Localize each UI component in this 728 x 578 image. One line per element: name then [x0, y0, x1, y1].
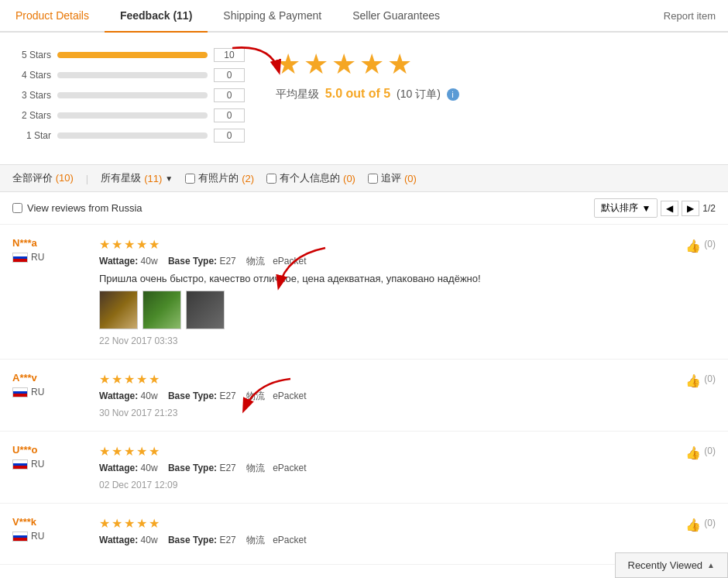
country-flag: RU — [12, 459, 44, 470]
rating-label-3: 3 Stars — [12, 90, 51, 101]
review-date: 02 Dec 2017 12:09 — [99, 480, 668, 490]
prev-page-button[interactable]: ◀ — [661, 201, 678, 216]
like-button[interactable]: 👍 (0) — [677, 516, 716, 552]
review-meta: Wattage: 40w Base Type: E27 物流 ePacket — [99, 534, 668, 547]
reviews-list: N***a RU ★ ★ ★ ★ ★ Wattage: 40w — [0, 225, 728, 565]
rating-row-4: 4 Stars 0 — [12, 68, 245, 82]
like-button[interactable]: 👍 (0) — [677, 372, 716, 418]
shipping-label: 物流 — [246, 256, 265, 267]
shipping-value: ePacket — [273, 535, 306, 545]
report-item-link[interactable]: Report item — [651, 1, 728, 31]
view-russia-label: View reviews from Russia — [27, 202, 143, 214]
review-date: 22 Nov 2017 03:33 — [99, 335, 668, 346]
avg-rating-text: 平均星级 5.0 out of 5 (10 订单) i — [276, 87, 459, 101]
review-stars: ★ ★ ★ ★ ★ — [99, 237, 668, 252]
tab-seller-guarantees[interactable]: Seller Guarantees — [337, 0, 455, 31]
tab-shipping-payment[interactable]: Shipping & Payment — [208, 0, 337, 31]
review-image-2[interactable] — [143, 291, 181, 329]
filter-followup-label: 追评 — [381, 171, 401, 185]
rating-row-5: 5 Stars 10 — [12, 48, 245, 62]
like-button[interactable]: 👍 (0) — [677, 444, 716, 490]
review-image-1[interactable] — [99, 291, 138, 329]
filter-followup[interactable]: 追评 (0) — [368, 171, 417, 185]
country-code: RU — [31, 252, 44, 263]
country-flag: RU — [12, 531, 44, 542]
shipping-label: 物流 — [246, 463, 265, 473]
info-icon[interactable]: i — [447, 88, 459, 101]
filter-followup-checkbox[interactable] — [368, 174, 378, 184]
country-code: RU — [31, 531, 44, 542]
wattage-value: 40w — [141, 535, 158, 545]
review-meta: Wattage: 40w Base Type: E27 物流 ePacket — [99, 255, 668, 268]
wattage-label: Wattage: — [99, 390, 138, 401]
sort-dropdown-icon: ▼ — [641, 203, 651, 214]
tab-feedback[interactable]: Feedback (11) — [105, 0, 208, 33]
review-content: ★ ★ ★ ★ ★ Wattage: 40w Base Type: E27 物流… — [99, 237, 668, 346]
filter-personal-checkbox[interactable] — [266, 174, 276, 184]
review-meta: Wattage: 40w Base Type: E27 物流 ePacket — [99, 390, 668, 403]
reviewer-info: A***v RU — [12, 372, 90, 418]
filter-personal-count[interactable]: (0) — [343, 173, 355, 184]
review-image-3[interactable] — [186, 291, 225, 329]
country-flag: RU — [12, 387, 44, 397]
base-type-value: E27 — [219, 535, 235, 545]
base-type-value: E27 — [219, 390, 235, 401]
page-container: Product Details Feedback (11) Shipping &… — [0, 0, 728, 565]
filter-all-stars-label: 所有星级 — [101, 171, 141, 185]
base-type-label: Base Type: — [168, 463, 217, 473]
filter-photos-checkbox[interactable] — [185, 174, 195, 184]
next-page-button[interactable]: ▶ — [682, 201, 699, 216]
filter-all-stars[interactable]: 所有星级 (11) ▼ — [101, 171, 173, 185]
tab-product-details[interactable]: Product Details — [0, 0, 105, 31]
sort-label: 默认排序 — [601, 201, 638, 215]
view-russia-checkbox[interactable] — [12, 203, 22, 213]
rating-label-5: 5 Stars — [12, 50, 51, 60]
flag-icon — [12, 387, 28, 397]
like-count: (0) — [704, 518, 716, 528]
reviewer-name[interactable]: V***k — [12, 516, 36, 528]
filter-all-stars-count[interactable]: (11) — [144, 173, 162, 184]
filter-all[interactable]: 全部评价 (10) — [12, 171, 74, 185]
rating-bars: 5 Stars 10 4 Stars 0 3 Stars 0 — [12, 48, 245, 149]
rating-label-1: 1 Star — [12, 130, 51, 141]
rating-count-2: 0 — [214, 108, 245, 122]
bar-fill-5 — [57, 52, 208, 58]
wattage-label: Wattage: — [99, 463, 138, 473]
flag-icon — [12, 253, 28, 263]
sort-button[interactable]: 默认排序 ▼ — [594, 198, 658, 218]
review-item: U***o RU ★ ★ ★ ★ ★ Wattage: 40w — [0, 432, 728, 504]
filter-photos-label: 有照片的 — [198, 171, 239, 185]
filter-personal[interactable]: 有个人信息的 (0) — [266, 171, 355, 185]
stars-display: ★ ★ ★ ★ ★ — [276, 48, 459, 81]
review-content: ★ ★ ★ ★ ★ Wattage: 40w Base Type: E27 物流… — [99, 516, 668, 552]
country-code: RU — [31, 459, 44, 470]
reviewer-name[interactable]: A***v — [12, 372, 37, 384]
wattage-label: Wattage: — [99, 256, 138, 267]
filter-all-label: 全部评价 — [12, 172, 53, 184]
filter-followup-count[interactable]: (0) — [404, 173, 417, 184]
country-flag: RU — [12, 252, 44, 263]
like-count: (0) — [704, 239, 716, 249]
star-5: ★ — [387, 48, 412, 81]
dropdown-arrow-icon[interactable]: ▼ — [165, 174, 173, 183]
base-type-value: E27 — [219, 256, 235, 267]
wattage-value: 40w — [141, 390, 158, 401]
filter-photos-count[interactable]: (2) — [242, 173, 254, 184]
review-stars: ★ ★ ★ ★ ★ — [99, 372, 668, 387]
recently-viewed-button[interactable]: Recently Viewed ▲ — [615, 552, 729, 565]
like-button[interactable]: 👍 (0) — [677, 237, 716, 346]
base-type-label: Base Type: — [168, 256, 217, 267]
filter-sep-1: | — [86, 173, 88, 184]
filter-all-count[interactable]: (10) — [56, 172, 74, 184]
avg-value: 5.0 out of 5 — [325, 87, 390, 100]
country-code: RU — [31, 387, 44, 397]
reviewer-name[interactable]: N***a — [12, 237, 37, 249]
review-stars: ★ ★ ★ ★ ★ — [99, 444, 668, 459]
thumbs-up-icon: 👍 — [685, 239, 701, 253]
filter-photos[interactable]: 有照片的 (2) — [185, 171, 254, 185]
reviewer-info: N***a RU — [12, 237, 90, 346]
wattage-value: 40w — [141, 463, 158, 473]
reviewer-info: U***o RU — [12, 444, 90, 490]
star-2: ★ — [304, 48, 328, 81]
reviewer-name[interactable]: U***o — [12, 444, 38, 456]
